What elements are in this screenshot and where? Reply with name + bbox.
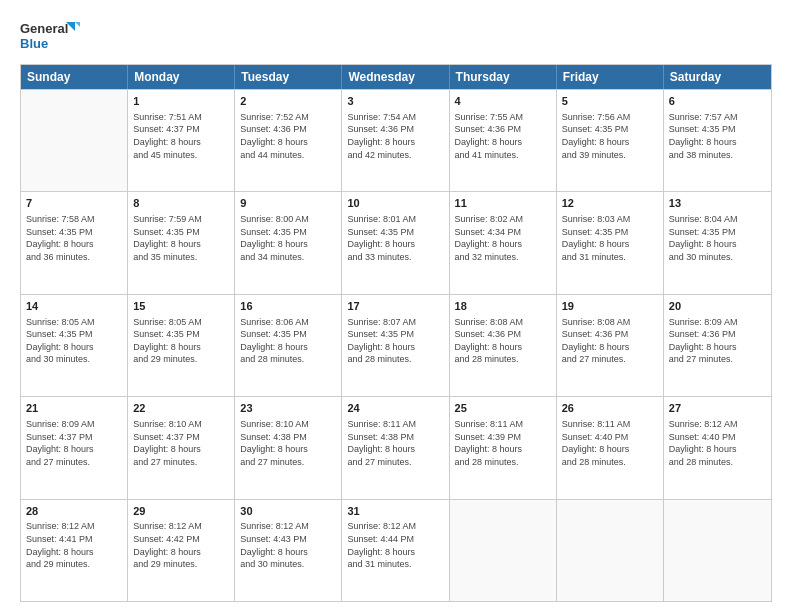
cell-day-number: 28	[26, 504, 122, 519]
calendar-row: 28Sunrise: 8:12 AM Sunset: 4:41 PM Dayli…	[21, 499, 771, 601]
svg-text:Blue: Blue	[20, 36, 48, 51]
cell-info: Sunrise: 8:09 AM Sunset: 4:37 PM Dayligh…	[26, 418, 122, 468]
cell-day-number: 14	[26, 299, 122, 314]
cell-day-number: 4	[455, 94, 551, 109]
cell-day-number: 18	[455, 299, 551, 314]
calendar-cell: 13Sunrise: 8:04 AM Sunset: 4:35 PM Dayli…	[664, 192, 771, 293]
cell-info: Sunrise: 8:00 AM Sunset: 4:35 PM Dayligh…	[240, 213, 336, 263]
cell-day-number: 27	[669, 401, 766, 416]
page: General Blue SundayMondayTuesdayWednesda…	[0, 0, 792, 612]
cell-info: Sunrise: 8:05 AM Sunset: 4:35 PM Dayligh…	[26, 316, 122, 366]
cell-day-number: 10	[347, 196, 443, 211]
cell-day-number: 25	[455, 401, 551, 416]
cell-info: Sunrise: 7:51 AM Sunset: 4:37 PM Dayligh…	[133, 111, 229, 161]
calendar-cell: 3Sunrise: 7:54 AM Sunset: 4:36 PM Daylig…	[342, 90, 449, 191]
cell-day-number: 5	[562, 94, 658, 109]
calendar-cell: 7Sunrise: 7:58 AM Sunset: 4:35 PM Daylig…	[21, 192, 128, 293]
calendar-cell	[21, 90, 128, 191]
cell-day-number: 16	[240, 299, 336, 314]
cell-info: Sunrise: 8:11 AM Sunset: 4:39 PM Dayligh…	[455, 418, 551, 468]
calendar-cell: 31Sunrise: 8:12 AM Sunset: 4:44 PM Dayli…	[342, 500, 449, 601]
calendar-cell: 19Sunrise: 8:08 AM Sunset: 4:36 PM Dayli…	[557, 295, 664, 396]
calendar-cell	[557, 500, 664, 601]
cell-day-number: 7	[26, 196, 122, 211]
calendar-cell: 12Sunrise: 8:03 AM Sunset: 4:35 PM Dayli…	[557, 192, 664, 293]
calendar-cell: 15Sunrise: 8:05 AM Sunset: 4:35 PM Dayli…	[128, 295, 235, 396]
calendar-cell: 29Sunrise: 8:12 AM Sunset: 4:42 PM Dayli…	[128, 500, 235, 601]
calendar-cell: 2Sunrise: 7:52 AM Sunset: 4:36 PM Daylig…	[235, 90, 342, 191]
calendar-cell: 8Sunrise: 7:59 AM Sunset: 4:35 PM Daylig…	[128, 192, 235, 293]
calendar-cell: 16Sunrise: 8:06 AM Sunset: 4:35 PM Dayli…	[235, 295, 342, 396]
calendar-cell: 11Sunrise: 8:02 AM Sunset: 4:34 PM Dayli…	[450, 192, 557, 293]
cell-info: Sunrise: 8:12 AM Sunset: 4:40 PM Dayligh…	[669, 418, 766, 468]
cell-day-number: 23	[240, 401, 336, 416]
calendar-cell: 25Sunrise: 8:11 AM Sunset: 4:39 PM Dayli…	[450, 397, 557, 498]
cell-info: Sunrise: 8:10 AM Sunset: 4:38 PM Dayligh…	[240, 418, 336, 468]
weekday-header: Monday	[128, 65, 235, 89]
cell-info: Sunrise: 8:05 AM Sunset: 4:35 PM Dayligh…	[133, 316, 229, 366]
cell-info: Sunrise: 8:12 AM Sunset: 4:41 PM Dayligh…	[26, 520, 122, 570]
cell-day-number: 6	[669, 94, 766, 109]
calendar-cell: 21Sunrise: 8:09 AM Sunset: 4:37 PM Dayli…	[21, 397, 128, 498]
calendar-cell: 27Sunrise: 8:12 AM Sunset: 4:40 PM Dayli…	[664, 397, 771, 498]
cell-info: Sunrise: 7:59 AM Sunset: 4:35 PM Dayligh…	[133, 213, 229, 263]
logo-svg: General Blue	[20, 18, 80, 54]
cell-day-number: 22	[133, 401, 229, 416]
cell-day-number: 31	[347, 504, 443, 519]
weekday-header: Wednesday	[342, 65, 449, 89]
calendar-row: 14Sunrise: 8:05 AM Sunset: 4:35 PM Dayli…	[21, 294, 771, 396]
calendar-row: 21Sunrise: 8:09 AM Sunset: 4:37 PM Dayli…	[21, 396, 771, 498]
calendar-cell: 14Sunrise: 8:05 AM Sunset: 4:35 PM Dayli…	[21, 295, 128, 396]
calendar-cell: 10Sunrise: 8:01 AM Sunset: 4:35 PM Dayli…	[342, 192, 449, 293]
logo: General Blue	[20, 18, 80, 54]
cell-day-number: 26	[562, 401, 658, 416]
cell-info: Sunrise: 8:12 AM Sunset: 4:43 PM Dayligh…	[240, 520, 336, 570]
calendar-cell: 22Sunrise: 8:10 AM Sunset: 4:37 PM Dayli…	[128, 397, 235, 498]
cell-info: Sunrise: 8:11 AM Sunset: 4:38 PM Dayligh…	[347, 418, 443, 468]
calendar-cell: 23Sunrise: 8:10 AM Sunset: 4:38 PM Dayli…	[235, 397, 342, 498]
header: General Blue	[20, 18, 772, 54]
cell-day-number: 19	[562, 299, 658, 314]
cell-day-number: 21	[26, 401, 122, 416]
weekday-header: Saturday	[664, 65, 771, 89]
svg-marker-3	[75, 22, 80, 31]
calendar-cell	[450, 500, 557, 601]
cell-day-number: 17	[347, 299, 443, 314]
calendar-cell: 30Sunrise: 8:12 AM Sunset: 4:43 PM Dayli…	[235, 500, 342, 601]
calendar-header: SundayMondayTuesdayWednesdayThursdayFrid…	[21, 65, 771, 89]
calendar-cell: 6Sunrise: 7:57 AM Sunset: 4:35 PM Daylig…	[664, 90, 771, 191]
cell-info: Sunrise: 8:02 AM Sunset: 4:34 PM Dayligh…	[455, 213, 551, 263]
cell-day-number: 13	[669, 196, 766, 211]
cell-info: Sunrise: 8:07 AM Sunset: 4:35 PM Dayligh…	[347, 316, 443, 366]
cell-day-number: 11	[455, 196, 551, 211]
calendar-cell: 1Sunrise: 7:51 AM Sunset: 4:37 PM Daylig…	[128, 90, 235, 191]
cell-day-number: 1	[133, 94, 229, 109]
cell-info: Sunrise: 7:58 AM Sunset: 4:35 PM Dayligh…	[26, 213, 122, 263]
calendar-cell: 9Sunrise: 8:00 AM Sunset: 4:35 PM Daylig…	[235, 192, 342, 293]
calendar-cell	[664, 500, 771, 601]
calendar-cell: 20Sunrise: 8:09 AM Sunset: 4:36 PM Dayli…	[664, 295, 771, 396]
weekday-header: Friday	[557, 65, 664, 89]
cell-day-number: 24	[347, 401, 443, 416]
calendar-cell: 28Sunrise: 8:12 AM Sunset: 4:41 PM Dayli…	[21, 500, 128, 601]
cell-day-number: 20	[669, 299, 766, 314]
calendar-body: 1Sunrise: 7:51 AM Sunset: 4:37 PM Daylig…	[21, 89, 771, 601]
cell-info: Sunrise: 8:08 AM Sunset: 4:36 PM Dayligh…	[455, 316, 551, 366]
weekday-header: Tuesday	[235, 65, 342, 89]
cell-info: Sunrise: 8:10 AM Sunset: 4:37 PM Dayligh…	[133, 418, 229, 468]
weekday-header: Sunday	[21, 65, 128, 89]
cell-info: Sunrise: 8:11 AM Sunset: 4:40 PM Dayligh…	[562, 418, 658, 468]
weekday-header: Thursday	[450, 65, 557, 89]
cell-info: Sunrise: 7:54 AM Sunset: 4:36 PM Dayligh…	[347, 111, 443, 161]
calendar-cell: 26Sunrise: 8:11 AM Sunset: 4:40 PM Dayli…	[557, 397, 664, 498]
calendar-row: 7Sunrise: 7:58 AM Sunset: 4:35 PM Daylig…	[21, 191, 771, 293]
cell-info: Sunrise: 8:08 AM Sunset: 4:36 PM Dayligh…	[562, 316, 658, 366]
cell-info: Sunrise: 8:03 AM Sunset: 4:35 PM Dayligh…	[562, 213, 658, 263]
calendar: SundayMondayTuesdayWednesdayThursdayFrid…	[20, 64, 772, 602]
cell-day-number: 30	[240, 504, 336, 519]
cell-info: Sunrise: 7:56 AM Sunset: 4:35 PM Dayligh…	[562, 111, 658, 161]
cell-day-number: 8	[133, 196, 229, 211]
cell-info: Sunrise: 8:01 AM Sunset: 4:35 PM Dayligh…	[347, 213, 443, 263]
cell-info: Sunrise: 8:04 AM Sunset: 4:35 PM Dayligh…	[669, 213, 766, 263]
calendar-cell: 17Sunrise: 8:07 AM Sunset: 4:35 PM Dayli…	[342, 295, 449, 396]
